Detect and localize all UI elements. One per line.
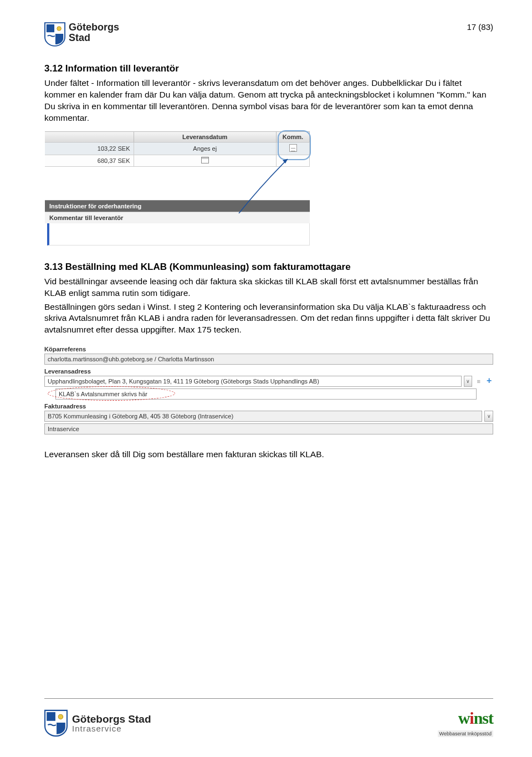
panel-subtitle: Kommentar till leverantör <box>45 212 310 223</box>
price-cell: 680,37 SEK <box>45 155 134 166</box>
shield-icon <box>44 709 68 737</box>
leveransadress-input-2[interactable] <box>55 388 477 400</box>
winst-i: i <box>469 709 473 727</box>
anges-cell: Anges ej <box>134 142 277 155</box>
dropdown-icon[interactable]: ∨ <box>464 376 472 387</box>
note-icon <box>289 144 297 152</box>
footer-subtitle: Intraservice <box>72 724 151 733</box>
logo-line-1: Göteborgs <box>69 22 119 33</box>
winst-subtitle: Webbaserat Inköpsstöd <box>438 730 493 737</box>
page-header: Göteborgs Stad 17 (83) <box>44 22 493 47</box>
section-3-13-p1: Vid beställningar avseende leasing och d… <box>44 276 493 299</box>
komm-cell[interactable] <box>277 142 310 155</box>
fakturaadress-input-1[interactable] <box>44 411 482 422</box>
goteborgs-stad-logo: Göteborgs Stad <box>44 22 119 47</box>
page-footer: Göteborgs Stad Intraservice winst Webbas… <box>44 698 493 737</box>
section-3-13-p2: Beställningen görs sedan i Winst. I steg… <box>44 301 493 336</box>
koparreferens-input[interactable] <box>44 354 493 365</box>
svg-point-1 <box>58 714 63 719</box>
instruction-panel: Instruktioner för orderhantering Komment… <box>45 200 310 245</box>
col-leveransdatum: Leveransdatum <box>134 131 277 142</box>
table-row: 103,22 SEK Anges ej <box>45 142 310 155</box>
svg-point-0 <box>57 27 62 31</box>
add-icon[interactable]: + <box>485 377 493 386</box>
table-row: 680,37 SEK <box>45 155 310 166</box>
col-komm: Komm. <box>277 131 310 142</box>
logo-line-2: Stad <box>69 33 119 43</box>
winst-w: w <box>458 709 470 727</box>
page-number: 17 (83) <box>467 22 493 32</box>
leveransadress-input-1[interactable] <box>44 376 462 387</box>
date-picker-cell[interactable] <box>134 155 277 166</box>
label-koparreferens: Köparreferens <box>44 346 493 352</box>
dropdown-icon[interactable]: ∨ <box>484 411 493 422</box>
section-3-13-heading: 3.13 Beställning med KLAB (Kommunleasing… <box>44 262 493 273</box>
footer-title: Göteborgs Stad <box>72 714 151 724</box>
shield-icon <box>44 22 65 47</box>
komm-cell-empty <box>277 155 310 166</box>
fakturaadress-input-2[interactable] <box>44 423 493 434</box>
col-blank <box>45 131 134 142</box>
section-3-12-paragraph: Under fältet - Information till leverant… <box>44 78 493 124</box>
kommentar-textarea[interactable] <box>47 223 310 245</box>
winst-nst: nst <box>474 709 493 727</box>
label-fakturaadress: Fakturaadress <box>44 403 493 410</box>
closing-paragraph: Leveransen sker då till Dig som beställa… <box>44 449 493 461</box>
list-icon[interactable]: ≡ <box>474 378 483 385</box>
price-cell: 103,22 SEK <box>45 142 134 155</box>
footer-logo-left: Göteborgs Stad Intraservice <box>44 709 151 737</box>
screenshot-adress-form: Köparreferens Leveransadress ∨ ≡ + Faktu… <box>44 346 493 434</box>
label-leveransadress: Leveransadress <box>44 368 493 375</box>
leveransdatum-table: Leveransdatum Komm. 103,22 SEK Anges ej … <box>45 131 310 167</box>
calendar-icon <box>201 157 209 163</box>
footer-logo-right: winst Webbaserat Inköpsstöd <box>438 709 493 737</box>
screenshot-leveransdatum: Leveransdatum Komm. 103,22 SEK Anges ej … <box>44 131 310 246</box>
section-3-12-heading: 3.12 Information till leverantör <box>44 63 493 74</box>
panel-title-bar: Instruktioner för orderhantering <box>45 200 310 212</box>
